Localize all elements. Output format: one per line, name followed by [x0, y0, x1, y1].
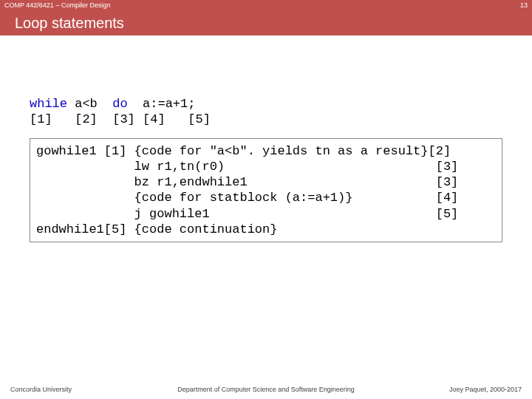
code-line: endwhile1[5] {code continuation}: [36, 222, 277, 236]
slide-title: Loop statements: [10, 15, 124, 32]
syntax-block: while a<b do a:=a+1; [1] [2] [3] [4] [5]: [30, 96, 502, 128]
code-line: lw r1,tn(r0) [3]: [36, 160, 458, 174]
footer: Concordia University Department of Compu…: [0, 386, 532, 393]
code-box: gowhile1 [1] {code for "a<b". yields tn …: [30, 138, 502, 243]
code-line: gowhile1 [1] {code for "a<b". yields tn …: [36, 144, 451, 158]
course-code: COMP 442/6421 – Compiler Design: [4, 0, 110, 10]
footer-center: Department of Computer Science and Softw…: [0, 386, 532, 393]
slide-content: while a<b do a:=a+1; [1] [2] [3] [4] [5]…: [30, 96, 502, 242]
code-line: j gowhile1 [5]: [36, 207, 458, 221]
code-line: {code for statblock (a:=a+1)} [4]: [36, 191, 458, 205]
header-bar: COMP 442/6421 – Compiler Design 13: [0, 0, 532, 10]
code-line: bz r1,endwhile1 [3]: [36, 175, 458, 189]
kw-while: while: [30, 97, 67, 111]
syntax-cond: a<b: [67, 97, 112, 111]
title-bar: Loop statements: [0, 10, 532, 35]
syntax-body: a:=a+1;: [128, 97, 196, 111]
page-number: 13: [520, 0, 528, 10]
syntax-markers: [1] [2] [3] [4] [5]: [30, 112, 211, 126]
kw-do: do: [112, 97, 127, 111]
